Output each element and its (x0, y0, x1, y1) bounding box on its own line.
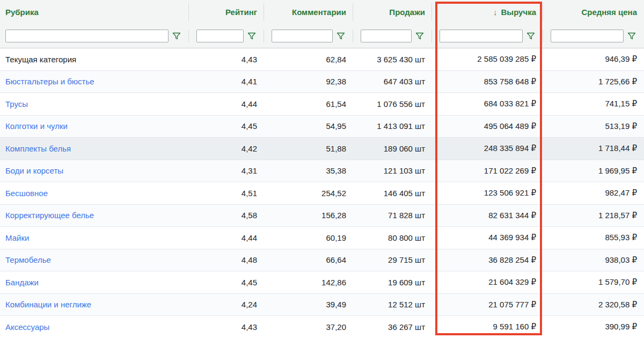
avg-price-cell: 938,03 ₽ (543, 249, 644, 271)
filter-input-comments[interactable] (272, 30, 333, 42)
avg-price-cell: 513,19 ₽ (543, 116, 644, 138)
category-link[interactable]: Трусы (5, 99, 28, 109)
rating-cell: 4,31 (189, 160, 264, 182)
sales-cell: 146 405 шт (353, 182, 432, 204)
table-header-row: Рубрика Рейтинг Комментарии Продажи ↓ Вы… (0, 0, 644, 24)
column-header-label: Продажи (389, 8, 425, 17)
comments-cell: 61,54 (264, 93, 353, 115)
filter-funnel-icon[interactable] (523, 32, 539, 40)
table-row: Аксессуары 4,43 37,20 36 267 шт 9 591 16… (0, 316, 644, 338)
revenue-cell: 123 506 921 ₽ (432, 182, 543, 204)
category-link[interactable]: Комбинации и неглиже (5, 300, 91, 309)
category-link[interactable]: Бесшовное (5, 189, 48, 198)
table-row: Комплекты белья 4,42 51,88 189 060 шт 24… (0, 138, 644, 160)
column-header-sales[interactable]: Продажи (353, 0, 432, 24)
column-header-label: Выручка (501, 8, 536, 17)
sales-cell: 1 076 556 шт (353, 93, 432, 115)
rating-cell: 4,44 (189, 227, 264, 249)
filter-funnel-icon[interactable] (333, 32, 349, 40)
rubric-cell: Бандажи (0, 271, 189, 293)
category-link[interactable]: Колготки и чулки (5, 121, 68, 131)
table-row: Текущая категория 4,43 62,84 3 625 430 ш… (0, 48, 644, 71)
comments-cell: 92,38 (264, 71, 353, 93)
category-link[interactable]: Боди и корсеты (5, 166, 63, 175)
filter-funnel-icon[interactable] (169, 32, 185, 40)
sort-desc-icon: ↓ (493, 8, 497, 17)
table-row: Колготки и чулки 4,45 54,95 1 413 091 шт… (0, 116, 644, 138)
filter-input-avg-price[interactable] (551, 30, 624, 42)
filter-input-sales[interactable] (361, 30, 412, 42)
revenue-cell: 82 631 344 ₽ (432, 205, 543, 227)
filter-input-rubric[interactable] (5, 30, 169, 42)
category-link[interactable]: Термобелье (5, 255, 51, 264)
table-row: Термобелье 4,48 66,64 29 715 шт 36 828 2… (0, 249, 644, 272)
category-link[interactable]: Корректирующее белье (5, 211, 94, 220)
revenue-cell: 44 369 934 ₽ (432, 227, 543, 249)
category-link: Текущая категория (5, 55, 76, 64)
column-header-label: Комментарии (292, 8, 346, 17)
rating-cell: 4,45 (189, 116, 264, 138)
category-link[interactable]: Комплекты белья (5, 144, 71, 153)
revenue-cell: 36 828 254 ₽ (432, 249, 543, 271)
sales-cell: 71 828 шт (353, 205, 432, 227)
table-body: Текущая категория 4,43 62,84 3 625 430 ш… (0, 48, 644, 338)
category-link[interactable]: Бюстгальтеры и бюстье (5, 77, 94, 86)
avg-price-cell: 741,15 ₽ (543, 93, 644, 115)
sales-cell: 29 715 шт (353, 249, 432, 271)
comments-cell: 54,95 (264, 116, 353, 138)
table-row: Боди и корсеты 4,31 35,38 121 103 шт 171… (0, 160, 644, 183)
rubric-cell: Бесшовное (0, 182, 189, 204)
avg-price-cell: 1 725,66 ₽ (543, 71, 644, 93)
sales-cell: 189 060 шт (353, 138, 432, 160)
category-link[interactable]: Аксессуары (5, 322, 49, 332)
column-header-avg-price[interactable]: Средняя цена (543, 0, 644, 24)
filter-funnel-icon[interactable] (412, 32, 428, 40)
sales-cell: 19 609 шт (353, 271, 432, 293)
column-header-rating[interactable]: Рейтинг (189, 0, 264, 24)
avg-price-cell: 1 718,44 ₽ (543, 138, 644, 160)
sales-cell: 80 800 шт (353, 227, 432, 249)
table-row: Бюстгальтеры и бюстье 4,41 92,38 647 403… (0, 71, 644, 94)
column-header-comments[interactable]: Комментарии (264, 0, 353, 24)
column-header-rubric[interactable]: Рубрика (0, 0, 189, 24)
column-header-label: Средняя цена (581, 8, 637, 17)
table-filter-row (0, 24, 644, 48)
category-link[interactable]: Бандажи (5, 278, 39, 287)
sales-cell: 647 403 шт (353, 71, 432, 93)
rubric-cell: Боди и корсеты (0, 160, 189, 182)
rating-cell: 4,42 (189, 138, 264, 160)
rating-cell: 4,45 (189, 271, 264, 293)
revenue-cell: 248 335 894 ₽ (432, 138, 543, 160)
category-link[interactable]: Майки (5, 233, 29, 242)
column-header-revenue[interactable]: ↓ Выручка (432, 0, 543, 24)
filter-cell-comments (264, 24, 353, 48)
comments-cell: 60,19 (264, 227, 353, 249)
comments-cell: 66,64 (264, 249, 353, 271)
comments-cell: 39,49 (264, 294, 353, 316)
rubric-cell: Комплекты белья (0, 138, 189, 160)
column-header-label: Рейтинг (225, 8, 257, 17)
column-header-label: Рубрика (5, 8, 39, 17)
sales-cell: 1 413 091 шт (353, 116, 432, 138)
filter-funnel-icon[interactable] (624, 32, 640, 40)
rating-cell: 4,51 (189, 182, 264, 204)
filter-input-revenue[interactable] (440, 30, 523, 42)
sales-cell: 3 625 430 шт (353, 48, 432, 70)
rating-cell: 4,58 (189, 205, 264, 227)
table-row: Бандажи 4,45 142,86 19 609 шт 21 604 329… (0, 271, 644, 294)
rubric-cell: Корректирующее белье (0, 205, 189, 227)
comments-cell: 156,28 (264, 205, 353, 227)
comments-cell: 51,88 (264, 138, 353, 160)
filter-funnel-icon[interactable] (244, 32, 260, 40)
table-row: Майки 4,44 60,19 80 800 шт 44 369 934 ₽ … (0, 227, 644, 249)
avg-price-cell: 1 969,95 ₽ (543, 160, 644, 182)
table-row: Трусы 4,44 61,54 1 076 556 шт 684 033 82… (0, 93, 644, 116)
table-row: Комбинации и неглиже 4,24 39,49 12 512 ш… (0, 294, 644, 317)
revenue-cell: 21 075 777 ₽ (432, 294, 543, 316)
rubric-cell: Колготки и чулки (0, 116, 189, 138)
avg-price-cell: 855,93 ₽ (543, 227, 644, 249)
filter-input-rating[interactable] (196, 30, 244, 42)
revenue-cell: 21 604 329 ₽ (432, 271, 543, 293)
comments-cell: 37,20 (264, 316, 353, 338)
filter-cell-sales (353, 24, 432, 48)
